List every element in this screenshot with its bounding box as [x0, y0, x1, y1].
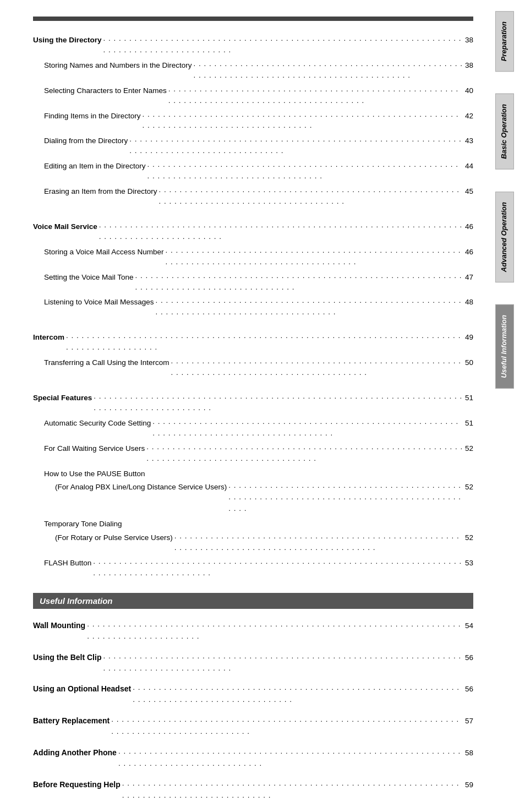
toc-dialing-directory: Dialing from the Directory 43 [33, 135, 473, 159]
toc-finding-items: Finding Items in the Directory 42 [33, 111, 473, 134]
toc-flash-button: FLASH Button 53 [33, 558, 473, 581]
toc-wall-mounting: Wall Mounting 54 [33, 620, 473, 644]
toc-erasing-item: Erasing an Item from the Directory 45 [33, 186, 473, 209]
toc-before-requesting-help: Before Requesting Help 59 [33, 779, 473, 803]
tab-preparation[interactable]: Preparation [495, 11, 514, 72]
toc-editing-item: Editing an Item in the Directory 44 [33, 161, 473, 184]
toc-setting-voicemail-tone: Setting the Voice Mail Tone 47 [33, 272, 473, 295]
toc-belt-clip: Using the Belt Clip 56 [33, 652, 473, 676]
toc-auto-security: Automatic Security Code Setting 51 [33, 418, 473, 441]
toc-analog-pbx: (For Analog PBX Line/Long Distance Servi… [33, 482, 473, 516]
toc-optional-headset: Using an Optional Headset 56 [33, 683, 473, 707]
toc-special-features: Special Features 51 [33, 393, 473, 416]
toc-pause-button-header: How to Use the PAUSE Button [33, 468, 473, 480]
tab-advanced-operation[interactable]: Advanced Operation [495, 192, 514, 282]
sidebar-tabs: Preparation Basic Operation Advanced Ope… [484, 0, 525, 812]
toc-storing-voicemail: Storing a Voice Mail Access Number 46 [33, 247, 473, 270]
toc-listening-voicemail: Listening to Voice Mail Messages 48 [33, 297, 473, 320]
toc-adding-another-phone: Adding Another Phone 58 [33, 747, 473, 771]
toc-battery-replacement: Battery Replacement 57 [33, 715, 473, 739]
toc-transferring-call: Transferring a Call Using the Intercom 5… [33, 357, 473, 380]
toc-using-directory: Using the Directory 38 [33, 35, 473, 58]
useful-information-section: Wall Mounting 54 Using the Belt Clip 56 … [33, 620, 473, 812]
toc-voice-mail: Voice Mail Service 46 [33, 221, 473, 244]
tab-basic-operation[interactable]: Basic Operation [495, 94, 514, 170]
top-bar [33, 17, 473, 21]
useful-information-header: Useful Information [33, 593, 473, 609]
toc-selecting-chars: Selecting Characters to Enter Names 40 [33, 85, 473, 108]
tab-useful-information[interactable]: Useful Information [495, 304, 514, 389]
voicemail-section: Voice Mail Service 46 Storing a Voice Ma… [33, 221, 473, 320]
toc-rotary-pulse: (For Rotary or Pulse Service Users) 52 [33, 532, 473, 555]
toc-call-waiting: For Call Waiting Service Users 52 [33, 443, 473, 466]
special-features-section: Special Features 51 Automatic Security C… [33, 393, 473, 581]
directory-section: Using the Directory 38 Storing Names and… [33, 35, 473, 209]
toc-intercom: Intercom 49 [33, 332, 473, 355]
toc-temp-tone-header: Temporary Tone Dialing [33, 519, 473, 530]
toc-storing-names: Storing Names and Numbers in the Directo… [33, 60, 473, 83]
intercom-section: Intercom 49 Transferring a Call Using th… [33, 332, 473, 380]
